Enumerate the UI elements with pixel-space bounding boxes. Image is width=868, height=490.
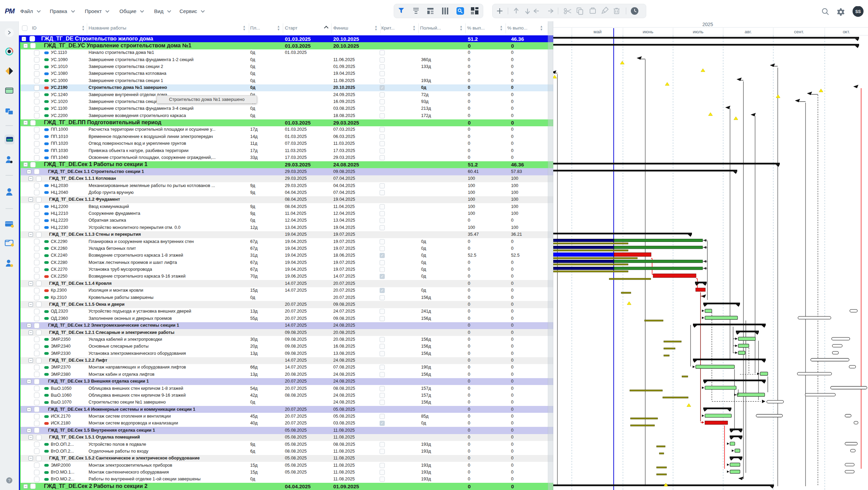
svg-text:SS: SS — [855, 9, 861, 14]
svg-text:2025: 2025 — [702, 22, 713, 27]
svg-text:?: ? — [8, 478, 10, 483]
svg-text:май: май — [593, 29, 601, 34]
svg-text:июль: июль — [693, 29, 703, 34]
svg-text:июнь: июнь — [643, 29, 653, 34]
svg-text:окт.: окт. — [843, 29, 850, 34]
svg-text:сент.: сент. — [794, 29, 804, 34]
svg-text:авг.: авг. — [745, 29, 752, 34]
